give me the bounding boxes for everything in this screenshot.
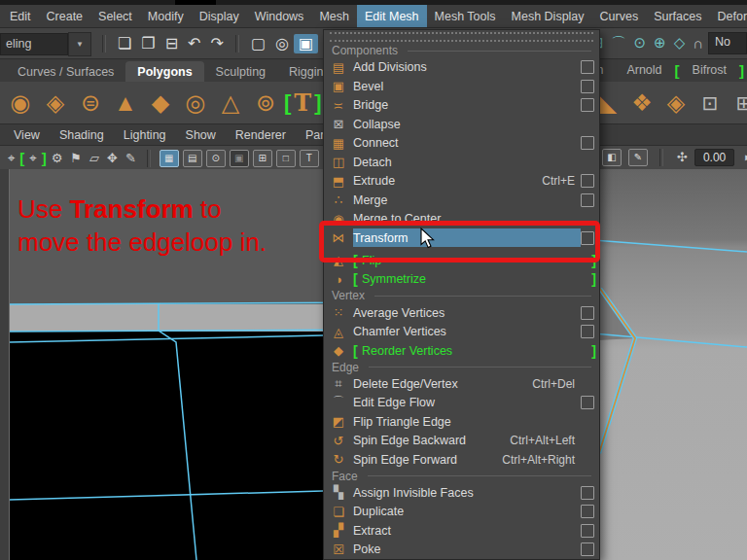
bookmark-icon[interactable]: ⚑ — [66, 152, 86, 164]
live-surface-field[interactable]: No — [708, 32, 747, 54]
object-selection-icon[interactable]: ⊡ — [697, 93, 723, 113]
snap-projected-center-icon[interactable]: ⊕ — [651, 33, 669, 52]
resolution-gate-icon[interactable]: ⊙ — [206, 150, 226, 167]
menu-item-chamfer-vertices[interactable]: ◬Chamfer Vertices — [324, 322, 599, 340]
select-hierarchy-icon[interactable]: ▢ — [246, 34, 270, 53]
panel-menu-view[interactable]: View — [4, 126, 50, 144]
poly-text-icon[interactable]: T — [293, 88, 312, 117]
option-box[interactable] — [581, 505, 594, 518]
menu-windows[interactable]: Windows — [247, 5, 312, 27]
camera-settings-icon[interactable]: ⚙ — [48, 152, 67, 164]
save-scene-icon[interactable]: ⊟ — [160, 34, 183, 53]
poly-cylinder-icon[interactable]: ⊜ — [74, 91, 107, 115]
new-scene-icon[interactable]: ❏ — [113, 34, 136, 53]
menu-item-symmetrize[interactable]: ◑[Symmetrize] — [324, 270, 599, 289]
menu-item-spin-edge-forward[interactable]: ↻Spin Edge ForwardCtrl+Alt+Right — [324, 450, 599, 469]
menu-item-bevel[interactable]: ▣Bevel — [324, 77, 599, 95]
toolbar-separator[interactable] — [102, 35, 106, 52]
menu-deform[interactable]: Deform — [710, 5, 747, 27]
menu-item-merge[interactable]: ∴Merge — [324, 191, 599, 209]
toolbar-separator[interactable] — [235, 35, 239, 52]
textured-mode-icon[interactable]: ✎ — [628, 149, 648, 166]
menu-item-collapse[interactable]: ⊠Collapse — [324, 115, 599, 133]
poly-cube-icon[interactable]: ◈ — [39, 91, 72, 115]
undo-icon[interactable]: ↶ — [183, 34, 205, 53]
exposure-value-field[interactable]: 0.00 — [694, 149, 734, 166]
pan-zoom-icon[interactable]: ✥ — [103, 152, 122, 164]
snap-point-icon[interactable]: ⊙ — [631, 33, 650, 52]
menu-edit[interactable]: Edit — [2, 5, 39, 27]
option-box[interactable] — [581, 136, 594, 150]
menu-item-edit-edge-flow[interactable]: ⌒Edit Edge Flow — [324, 393, 599, 411]
menu-surfaces[interactable]: Surfaces — [646, 5, 709, 27]
menu-mesh-display[interactable]: Mesh Display — [504, 5, 592, 27]
option-box[interactable] — [581, 524, 594, 538]
safe-action-icon[interactable]: □ — [276, 150, 296, 167]
smooth-cube-icon[interactable]: ◈ — [663, 91, 689, 115]
panel-menu-show[interactable]: Show — [176, 126, 226, 144]
menu-edit-mesh[interactable]: Edit Mesh — [357, 5, 427, 27]
menu-item-flip-triangle-edge[interactable]: ◩Flip Triangle Edge — [324, 412, 599, 431]
tab-curves-surfaces[interactable]: Curves / Surfaces — [6, 61, 125, 83]
panel-menu-lighting[interactable]: Lighting — [114, 126, 176, 144]
camera-icon[interactable]: ⌖ — [4, 152, 18, 164]
menu-item-delete-edge-vertex[interactable]: ⌗Delete Edge/VertexCtrl+Del — [324, 374, 599, 393]
menu-item-connect[interactable]: ▦Connect — [324, 133, 599, 152]
menu-item-poke[interactable]: ☒Poke — [324, 540, 599, 558]
menu-curves[interactable]: Curves — [592, 5, 647, 27]
option-box[interactable] — [581, 193, 594, 207]
panel-menu-renderer[interactable]: Renderer — [226, 126, 296, 144]
poly-torus-icon[interactable]: ◎ — [179, 91, 212, 115]
menu-create[interactable]: Create — [39, 5, 91, 27]
menu-item-reorder-vertices[interactable]: ◆[Reorder Vertices] — [324, 341, 599, 360]
exposure-icon[interactable]: ✣ — [673, 151, 692, 163]
select-component-icon[interactable]: ▣ — [294, 34, 318, 53]
magnet-icon[interactable]: ∩ — [690, 34, 706, 52]
grease-pencil-icon[interactable]: ✎ — [122, 152, 140, 164]
menu-mesh[interactable]: Mesh — [311, 5, 357, 27]
film-gate-icon[interactable]: ▤ — [183, 150, 202, 167]
tab-arnold[interactable]: Arnold — [615, 59, 673, 81]
menu-item-duplicate[interactable]: ❏Duplicate — [324, 502, 599, 520]
menu-modify[interactable]: Modify — [140, 5, 192, 27]
option-box[interactable] — [581, 60, 594, 74]
redo-icon[interactable]: ↷ — [206, 34, 229, 53]
component-selection-icon[interactable]: ⊞ — [731, 93, 747, 113]
open-scene-icon[interactable]: ❐ — [136, 34, 160, 53]
safe-title-icon[interactable]: T — [300, 150, 319, 167]
menu-item-detach[interactable]: ◫Detach — [324, 153, 599, 171]
option-box[interactable] — [581, 486, 594, 500]
make-live-icon[interactable]: ◇ — [671, 33, 689, 52]
field-chart-icon[interactable]: ⊞ — [253, 150, 272, 167]
workspace-dropdown-arrow-icon[interactable]: ▼ — [68, 32, 91, 56]
contrast-icon[interactable]: ◑ — [737, 151, 747, 163]
poly-pyramid-icon[interactable]: △ — [214, 91, 247, 115]
menu-item-bridge[interactable]: ≍Bridge — [324, 95, 599, 114]
option-box[interactable] — [581, 542, 594, 556]
tab-polygons[interactable]: Polygons — [125, 61, 203, 83]
menu-item-add-divisions[interactable]: ▤Add Divisions — [324, 57, 599, 76]
tab-bifrost[interactable]: Bifrost — [681, 59, 738, 81]
menu-item-spin-edge-backward[interactable]: ↺Spin Edge BackwardCtrl+Alt+Left — [324, 431, 599, 449]
snap-curve-icon[interactable]: ⌒ — [609, 33, 629, 53]
option-box[interactable] — [581, 174, 594, 188]
option-box[interactable] — [581, 98, 594, 112]
isolate-select-icon[interactable]: ◧ — [602, 149, 622, 166]
camera-lock-icon[interactable]: ⌖ — [25, 152, 40, 164]
poly-cone-icon[interactable]: ▲ — [109, 91, 142, 115]
option-box[interactable] — [581, 325, 594, 338]
poly-pipe-icon[interactable]: ⊚ — [249, 91, 282, 115]
menu-tearoff-handle[interactable] — [330, 32, 593, 42]
menu-item-extract[interactable]: ▞Extract — [324, 521, 599, 540]
menu-select[interactable]: Select — [90, 5, 140, 27]
menu-item-average-vertices[interactable]: ⁙Average Vertices — [324, 303, 599, 322]
menu-item-extrude[interactable]: ⬒ExtrudeCtrl+E — [324, 171, 599, 190]
option-box[interactable] — [581, 396, 594, 409]
poly-plane-icon[interactable]: ◆ — [144, 91, 177, 115]
menu-mesh-tools[interactable]: Mesh Tools — [427, 5, 504, 27]
gate-mask-icon[interactable]: ▣ — [230, 150, 249, 167]
workspace-dropdown[interactable]: eling — [0, 33, 68, 55]
option-box[interactable] — [581, 306, 594, 320]
menu-item-assign-invisible-faces[interactable]: ▚Assign Invisible Faces — [324, 483, 599, 502]
select-object-icon[interactable]: ◎ — [270, 34, 294, 53]
